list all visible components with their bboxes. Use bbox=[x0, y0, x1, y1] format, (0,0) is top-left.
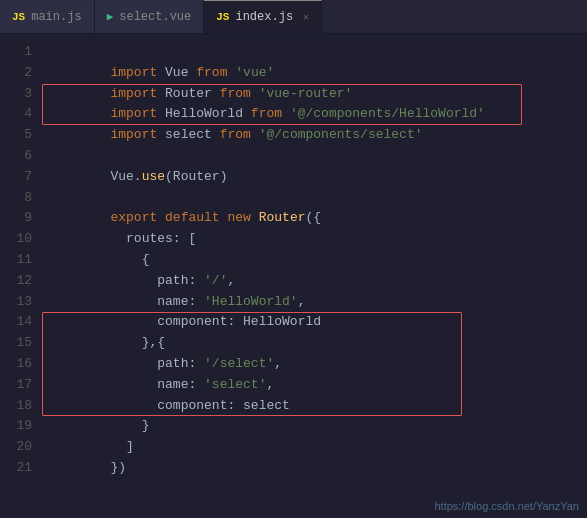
line-num-11: 11 bbox=[0, 250, 32, 271]
code-line-13: component: HelloWorld bbox=[40, 292, 587, 313]
line-num-3: 3 bbox=[0, 84, 32, 105]
line-num-5: 5 bbox=[0, 125, 32, 146]
watermark: https://blog.csdn.net/YanzYan bbox=[434, 500, 579, 512]
code-line-11: path: '/', bbox=[40, 250, 587, 271]
code-area: import Vue from 'vue' import Router from… bbox=[40, 34, 587, 518]
line-num-17: 17 bbox=[0, 375, 32, 396]
code-line-16: name: 'select', bbox=[40, 354, 587, 375]
code-line-3: import HelloWorld from '@/components/Hel… bbox=[40, 84, 587, 105]
code-line-6: Vue.use(Router) bbox=[40, 146, 587, 167]
code-line-5 bbox=[40, 125, 587, 146]
tab-label-main-js: main.js bbox=[31, 10, 81, 24]
vue-icon: ▶ bbox=[107, 10, 114, 23]
line-num-16: 16 bbox=[0, 354, 32, 375]
line-num-13: 13 bbox=[0, 292, 32, 313]
line-num-7: 7 bbox=[0, 167, 32, 188]
code-line-8: export default new Router({ bbox=[40, 188, 587, 209]
code-line-18: } bbox=[40, 396, 587, 417]
code-line-1: import Vue from 'vue' bbox=[40, 42, 587, 63]
tab-select-vue[interactable]: ▶ select.vue bbox=[95, 0, 205, 33]
line-num-19: 19 bbox=[0, 416, 32, 437]
code-line-14: },{ bbox=[40, 312, 587, 333]
tab-bar: JS main.js ▶ select.vue JS index.js ✕ bbox=[0, 0, 587, 34]
editor-window: JS main.js ▶ select.vue JS index.js ✕ 1 … bbox=[0, 0, 587, 518]
line-num-8: 8 bbox=[0, 188, 32, 209]
code-line-15: path: '/select', bbox=[40, 333, 587, 354]
line-num-9: 9 bbox=[0, 208, 32, 229]
line-num-4: 4 bbox=[0, 104, 32, 125]
line-num-1: 1 bbox=[0, 42, 32, 63]
js-icon: JS bbox=[12, 11, 25, 23]
tab-label-index-js: index.js bbox=[235, 10, 293, 24]
code-line-17: component: select bbox=[40, 375, 587, 396]
line-num-20: 20 bbox=[0, 437, 32, 458]
line-num-14: 14 bbox=[0, 312, 32, 333]
code-line-10: { bbox=[40, 229, 587, 250]
code-line-20: }) bbox=[40, 437, 587, 458]
code-line-12: name: 'HelloWorld', bbox=[40, 271, 587, 292]
code-line-7 bbox=[40, 167, 587, 188]
code-line-21 bbox=[40, 458, 587, 479]
line-num-12: 12 bbox=[0, 271, 32, 292]
tab-index-js[interactable]: JS index.js ✕ bbox=[204, 0, 322, 33]
code-line-9: routes: [ bbox=[40, 208, 587, 229]
line-numbers: 1 2 3 4 5 6 7 8 9 10 11 12 13 14 15 16 1… bbox=[0, 34, 40, 518]
line-num-10: 10 bbox=[0, 229, 32, 250]
editor-body: 1 2 3 4 5 6 7 8 9 10 11 12 13 14 15 16 1… bbox=[0, 34, 587, 518]
tab-main-js[interactable]: JS main.js bbox=[0, 0, 95, 33]
code-line-2: import Router from 'vue-router' bbox=[40, 63, 587, 84]
code-line-4: import select from '@/components/select' bbox=[40, 104, 587, 125]
line-num-15: 15 bbox=[0, 333, 32, 354]
line-num-6: 6 bbox=[0, 146, 32, 167]
code-line-19: ] bbox=[40, 416, 587, 437]
tab-label-select-vue: select.vue bbox=[119, 10, 191, 24]
close-icon[interactable]: ✕ bbox=[303, 11, 309, 23]
js-icon-active: JS bbox=[216, 11, 229, 23]
line-num-18: 18 bbox=[0, 396, 32, 417]
line-num-2: 2 bbox=[0, 63, 32, 84]
line-num-21: 21 bbox=[0, 458, 32, 479]
